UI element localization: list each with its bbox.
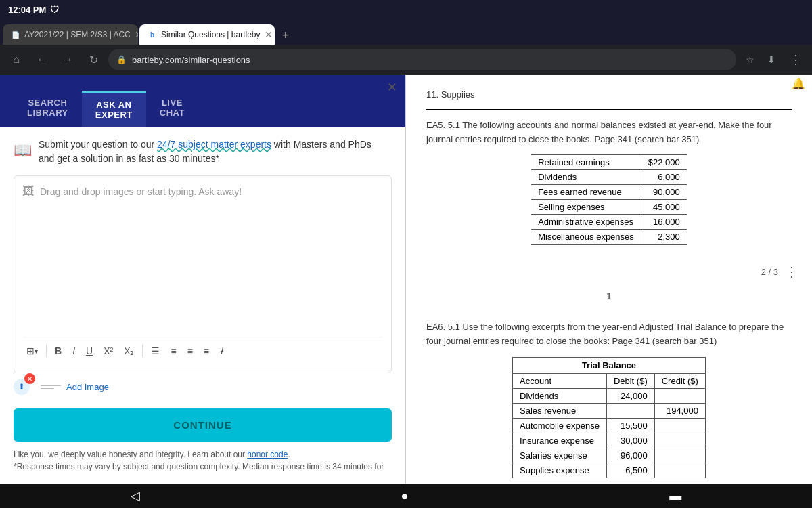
debit-cell: 96,000 — [606, 448, 654, 463]
bartleby-tabs: SEARCH LIBRARY ASK AN EXPERT LIVE CHAT — [14, 91, 392, 127]
underline-button[interactable]: U — [82, 343, 97, 359]
back-button[interactable]: ← — [31, 49, 53, 70]
amount-cell: 16,000 — [641, 215, 687, 230]
ea5-table: Retained earnings$22,000Dividends6,000Fe… — [531, 154, 687, 245]
debit-cell: 30,000 — [606, 433, 654, 448]
remove-badge[interactable]: ✕ — [24, 373, 35, 384]
banner-text-2: with Masters and PhDs — [271, 139, 371, 150]
italic-button[interactable]: I — [68, 343, 79, 359]
ea5-question: EA5. 5.1 The following accounts and norm… — [426, 119, 792, 147]
image-lines — [41, 385, 61, 389]
browser-menu-button[interactable]: ⋮ — [785, 49, 807, 70]
table-button[interactable]: ⊞ ▾ — [22, 343, 42, 359]
table-row: Miscellaneous expenses2,300 — [531, 230, 687, 245]
address-bar: ⌂ ← → ↻ 🔒 bartleby.com/similar-questions… — [0, 45, 812, 75]
clear-format-button[interactable]: Ɨ — [216, 343, 227, 359]
continue-button[interactable]: CONTINUE — [14, 408, 392, 442]
left-panel: ✕ SEARCH LIBRARY ASK AN EXPERT LIVE CHAT… — [0, 75, 406, 484]
bartleby-body: 📖 Submit your question to our 24/7 subje… — [0, 127, 405, 484]
table-row: Insurance expense30,000 — [513, 433, 706, 448]
tab-2[interactable]: b Similar Questions | bartleby ✕ — [139, 24, 275, 45]
unordered-list-button[interactable]: ☰ — [147, 343, 164, 359]
bold-button[interactable]: B — [51, 343, 66, 359]
page-number: 2 / 3 — [761, 267, 778, 277]
more-options-icon[interactable]: ⋮ — [785, 263, 798, 280]
reload-button[interactable]: ↻ — [83, 49, 104, 70]
status-shield-icon: 🛡 — [50, 5, 59, 15]
amount-cell: 45,000 — [641, 200, 687, 215]
account-cell: Automobile expense — [513, 418, 607, 433]
credit-cell — [654, 463, 705, 478]
tab-2-close[interactable]: ✕ — [265, 29, 273, 40]
tab-search-library[interactable]: SEARCH LIBRARY — [14, 91, 82, 127]
amount-cell: 90,000 — [641, 185, 687, 200]
account-cell: Insurance expense — [513, 433, 607, 448]
account-cell: Dividends — [513, 388, 607, 403]
banner-text-3: and get a solution in as fast as 30 minu… — [39, 153, 219, 164]
forward-button[interactable]: → — [57, 49, 78, 70]
superscript-button[interactable]: X² — [99, 343, 117, 359]
debit-cell: 15,500 — [606, 418, 654, 433]
page-number-area: 2 / 3 ⋮ — [406, 258, 812, 285]
bookmark-button[interactable]: ☆ — [740, 50, 759, 69]
account-cell: Supplies expense — [513, 463, 607, 478]
tab-1[interactable]: 📄 AY2021/22 | SEM 2/S3 | ACC ✕ — [3, 24, 138, 45]
ordered-list-button[interactable]: ≡ — [166, 343, 180, 359]
input-image-icon: 🖼 — [22, 184, 35, 198]
table-row: Selling expenses45,000 — [531, 200, 687, 215]
footer-text-1: Like you, we deeply value honesty and in… — [14, 450, 247, 459]
ea6-table-title: Trial Balance — [513, 357, 706, 373]
banner-text: Submit your question to our 24/7 subject… — [39, 137, 371, 166]
ea6-question: EA6. 5.1 Use the following excerpts from… — [426, 320, 792, 349]
credit-cell — [654, 448, 705, 463]
question-input-area[interactable]: 🖼 Drag and drop images or start typing. … — [14, 175, 392, 373]
table-row: Salaries expense96,000 — [513, 448, 706, 463]
debit-cell: 6,500 — [606, 463, 654, 478]
lock-icon: 🔒 — [116, 55, 127, 64]
add-image-area[interactable]: ⬆ ✕ Add Image — [14, 373, 392, 400]
address-field[interactable]: 🔒 bartleby.com/similar-questions — [108, 49, 736, 70]
expert-banner: 📖 Submit your question to our 24/7 subje… — [14, 137, 392, 166]
table-row: Sales revenue194,000 — [513, 403, 706, 418]
status-time: 12:04 PM — [8, 5, 46, 15]
download-button[interactable]: ⬇ — [762, 50, 781, 69]
android-nav-bar: ◁ ● ▬ — [0, 484, 812, 508]
credit-cell — [654, 388, 705, 403]
tab-2-favicon: b — [148, 30, 157, 39]
table-row: Dividends24,000 — [513, 388, 706, 403]
debit-cell — [606, 403, 654, 418]
home-button[interactable]: ⌂ — [5, 49, 27, 70]
account-cell: Salaries expense — [513, 448, 607, 463]
tab-live-chat[interactable]: LIVE CHAT — [146, 91, 198, 127]
nav-home-button[interactable]: ● — [388, 486, 422, 506]
close-panel-button[interactable]: ✕ — [387, 80, 397, 95]
formatting-toolbar: ⊞ ▾ B I U X² X₂ ☰ ≡ ≡ ≡ Ɨ — [22, 337, 383, 364]
nav-recents-button[interactable]: ▬ — [656, 486, 695, 506]
account-cell: Selling expenses — [531, 200, 641, 215]
tab-ask-expert[interactable]: ASK AN EXPERT — [82, 91, 146, 127]
credit-cell — [654, 418, 705, 433]
banner-link[interactable]: 24/7 subject matter experts — [157, 139, 271, 150]
image-line-1 — [41, 385, 61, 386]
doc-page-header-text: 11. Suppiies — [426, 88, 792, 110]
placeholder-text: Drag and drop images or start typing. As… — [40, 186, 242, 197]
amount-cell: $22,000 — [641, 155, 687, 170]
doc-page-bottom: EA6. 5.1 Use the following excerpts from… — [406, 307, 812, 484]
toolbar-sep-2 — [142, 345, 143, 357]
nav-back-button[interactable]: ◁ — [117, 486, 154, 506]
align-center-button[interactable]: ≡ — [183, 343, 197, 359]
input-placeholder: 🖼 Drag and drop images or start typing. … — [22, 184, 383, 198]
honor-code-link[interactable]: honor code — [247, 450, 288, 459]
content-area: ✕ SEARCH LIBRARY ASK AN EXPERT LIVE CHAT… — [0, 75, 812, 484]
browser-chrome: 📄 AY2021/22 | SEM 2/S3 | ACC ✕ b Similar… — [0, 19, 812, 75]
footer-text-dot: . — [288, 450, 290, 459]
new-tab-button[interactable]: + — [276, 26, 295, 45]
align-right-button[interactable]: ≡ — [200, 343, 213, 359]
status-bar: 12:04 PM 🛡 — [0, 0, 812, 19]
account-cell: Retained earnings — [531, 155, 641, 170]
tab-1-close[interactable]: ✕ — [135, 29, 138, 40]
add-image-label[interactable]: Add Image — [66, 382, 109, 392]
credit-cell: 194,000 — [654, 403, 705, 418]
ea6-col2-header: Debit ($) — [606, 373, 654, 388]
subscript-button[interactable]: X₂ — [120, 343, 138, 359]
